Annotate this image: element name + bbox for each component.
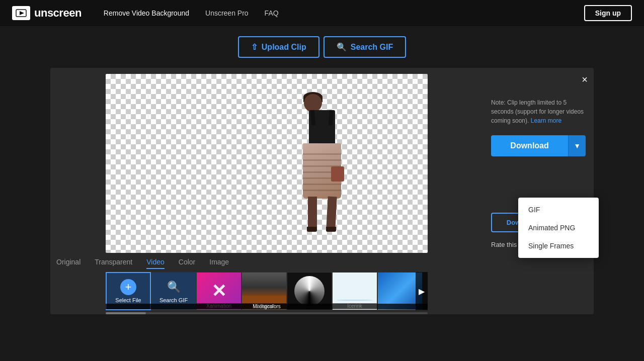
navbar: unscreen Remove Video Background Unscree…: [0, 0, 644, 26]
upload-icon: ⇧: [251, 42, 258, 52]
tabs-row: Original Transparent Video Color Image: [56, 258, 378, 269]
learn-more-link[interactable]: Learn more: [531, 117, 561, 124]
tab-original[interactable]: Original: [56, 258, 80, 269]
logo-icon: [12, 6, 30, 20]
tab-transparent[interactable]: Transparent: [95, 258, 132, 269]
nav-faq[interactable]: FAQ: [265, 9, 279, 17]
scroll-thumb: [106, 312, 146, 314]
figure: [297, 92, 347, 238]
download-button[interactable]: Download: [491, 135, 568, 156]
tab-video[interactable]: Video: [146, 258, 165, 269]
nav-pro[interactable]: Unscreen Pro: [205, 9, 249, 17]
thumbnail-next-arrow[interactable]: ▶: [416, 272, 428, 310]
video-panel: Original Transparent Video Color Image +…: [50, 68, 483, 314]
close-button[interactable]: ×: [582, 74, 588, 85]
note-text: Note: Clip length limited to 5 seconds (…: [491, 98, 586, 125]
tab-image[interactable]: Image: [209, 258, 229, 269]
search-magnifier-icon: 🔍: [166, 279, 182, 295]
plus-icon: +: [120, 279, 136, 295]
preview-container: [106, 74, 428, 253]
dropdown-item-animated-png[interactable]: Animated PNG: [518, 219, 599, 237]
thumbnail-row-container: + Select File 🔍 Search GIF ✕ Xanimation: [106, 272, 428, 310]
search-gif-button[interactable]: 🔍 Search GIF: [324, 36, 406, 58]
nav-remove-bg[interactable]: Remove Video Background: [104, 9, 189, 17]
download-group: Download ▼: [491, 135, 586, 156]
logo-text: unscreen: [34, 7, 82, 20]
thumbnail-row: + Select File 🔍 Search GIF ✕ Xanimation: [106, 272, 428, 310]
svg-marker-1: [20, 11, 24, 15]
dropdown-item-gif[interactable]: GIF: [518, 201, 599, 219]
content-area: Original Transparent Video Color Image +…: [50, 68, 594, 314]
download-dropdown-menu: GIF Animated PNG Single Frames: [518, 198, 599, 258]
scroll-track[interactable]: [106, 312, 428, 314]
right-panel: × Note: Clip length limited to 5 seconds…: [483, 68, 594, 314]
upload-clip-button[interactable]: ⇧ Upload Clip: [238, 36, 319, 58]
tab-color[interactable]: Color: [179, 258, 195, 269]
signup-button[interactable]: Sign up: [584, 5, 632, 21]
logo[interactable]: unscreen: [12, 6, 82, 20]
main-content: ⇧ Upload Clip 🔍 Search GIF: [0, 26, 644, 314]
download-dropdown-arrow[interactable]: ▼: [568, 135, 586, 156]
top-buttons-row: ⇧ Upload Clip 🔍 Search GIF: [238, 36, 406, 58]
dropdown-item-single-frames[interactable]: Single Frames: [518, 237, 599, 255]
search-icon: 🔍: [337, 42, 347, 52]
